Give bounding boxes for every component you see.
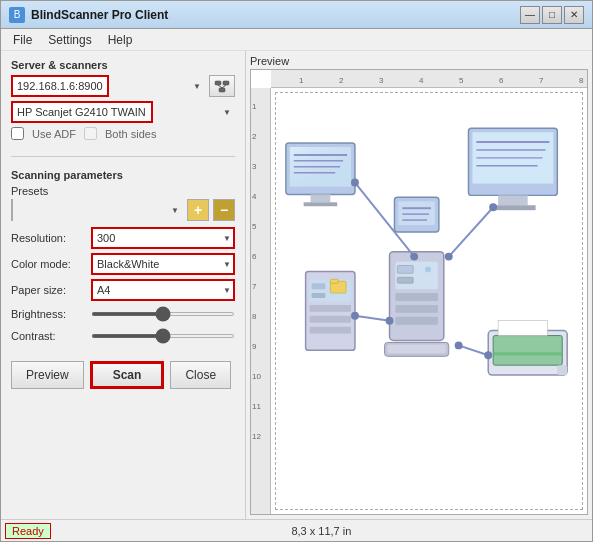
svg-rect-21 — [498, 195, 528, 205]
svg-rect-46 — [330, 279, 338, 283]
ruler-mark-v-7: 7 — [252, 282, 256, 291]
resolution-select[interactable]: 300 — [91, 227, 235, 249]
action-buttons: Preview Scan Close — [11, 361, 235, 389]
preview-button[interactable]: Preview — [11, 361, 84, 389]
color-mode-label: Color mode: — [11, 258, 91, 270]
svg-rect-50 — [557, 365, 567, 375]
brightness-row: Brightness: — [11, 305, 235, 323]
ruler-mark-4: 4 — [419, 76, 423, 85]
brightness-label: Brightness: — [11, 308, 91, 320]
svg-rect-1 — [223, 81, 229, 85]
svg-point-63 — [484, 351, 492, 359]
svg-line-4 — [222, 85, 226, 88]
adf-options-row: Use ADF Both sides — [11, 127, 235, 140]
ruler-mark-5: 5 — [459, 76, 463, 85]
svg-point-58 — [489, 203, 497, 211]
scanner-name-row: HP Scanjet G2410 TWAIN — [11, 101, 235, 123]
svg-rect-28 — [395, 293, 437, 301]
minimize-button[interactable]: — — [520, 6, 540, 24]
svg-rect-26 — [397, 277, 413, 283]
server-address-row: 192.168.1.6:8900 — [11, 75, 235, 97]
ruler-mark-v-1: 1 — [252, 102, 256, 111]
presets-wrapper — [11, 199, 183, 221]
ruler-mark-v-2: 2 — [252, 132, 256, 141]
status-size-info: 8,3 x 11,7 in — [51, 525, 592, 537]
scanning-params-label: Scanning parameters — [11, 169, 235, 181]
close-button[interactable]: Close — [170, 361, 231, 389]
scan-button[interactable]: Scan — [90, 361, 165, 389]
ruler-top: 1 2 3 4 5 6 7 8 — [271, 70, 587, 88]
ruler-mark-v-10: 10 — [252, 372, 261, 381]
resolution-row: Resolution: 300 — [11, 227, 235, 249]
menu-help[interactable]: Help — [100, 31, 141, 49]
presets-section-label: Presets — [11, 185, 235, 197]
paper-size-wrapper: A4 — [91, 279, 235, 301]
app-icon: B — [9, 7, 25, 23]
menu-file[interactable]: File — [5, 31, 40, 49]
add-preset-button[interactable]: + — [187, 199, 209, 221]
right-panel: Preview 1 2 3 4 5 6 7 8 1 2 3 — [246, 51, 592, 519]
brightness-slider-container — [91, 305, 235, 323]
svg-rect-44 — [310, 327, 351, 334]
svg-point-57 — [410, 253, 418, 261]
svg-rect-32 — [398, 201, 435, 225]
ruler-mark-v-6: 6 — [252, 252, 256, 261]
main-content: Server & scanners 192.168.1.6:8900 — [1, 51, 592, 519]
color-mode-select[interactable]: Black&White — [91, 253, 235, 275]
ruler-mark-7: 7 — [539, 76, 543, 85]
use-adf-checkbox[interactable] — [11, 127, 24, 140]
network-icon — [214, 79, 230, 93]
svg-rect-43 — [310, 316, 351, 323]
status-ready: Ready — [5, 523, 51, 539]
ruler-mark-8: 8 — [579, 76, 583, 85]
paper-size-row: Paper size: A4 — [11, 279, 235, 301]
server-section-label: Server & scanners — [11, 59, 235, 71]
status-bar: Ready 8,3 x 11,7 in — [1, 519, 592, 541]
contrast-slider-container — [91, 327, 235, 345]
color-mode-row: Color mode: Black&White — [11, 253, 235, 275]
svg-point-60 — [351, 312, 359, 320]
maximize-button[interactable]: □ — [542, 6, 562, 24]
ruler-mark-6: 6 — [499, 76, 503, 85]
svg-rect-2 — [219, 88, 225, 92]
contrast-slider[interactable] — [91, 334, 235, 338]
svg-rect-41 — [312, 293, 326, 298]
svg-rect-42 — [310, 305, 351, 312]
brightness-slider[interactable] — [91, 312, 235, 316]
svg-point-61 — [386, 317, 394, 325]
resolution-wrapper: 300 — [91, 227, 235, 249]
scan-content-area — [275, 92, 583, 510]
window-controls: — □ ✕ — [520, 6, 584, 24]
network-scan-button[interactable] — [209, 75, 235, 97]
svg-rect-0 — [215, 81, 221, 85]
both-sides-label: Both sides — [105, 128, 156, 140]
server-address-select[interactable]: 192.168.1.6:8900 — [11, 75, 109, 97]
svg-rect-49 — [493, 352, 562, 355]
close-window-button[interactable]: ✕ — [564, 6, 584, 24]
paper-size-select[interactable]: A4 — [91, 279, 235, 301]
both-sides-checkbox[interactable] — [84, 127, 97, 140]
remove-preset-button[interactable]: − — [213, 199, 235, 221]
ruler-mark-v-4: 4 — [252, 192, 256, 201]
presets-select[interactable] — [11, 199, 13, 221]
title-bar: B BlindScanner Pro Client — □ ✕ — [1, 1, 592, 29]
left-panel: Server & scanners 192.168.1.6:8900 — [1, 51, 246, 519]
server-section: Server & scanners 192.168.1.6:8900 — [11, 59, 235, 144]
svg-point-27 — [425, 266, 431, 272]
window-title: BlindScanner Pro Client — [31, 8, 520, 22]
scanner-name-select[interactable]: HP Scanjet G2410 TWAIN — [11, 101, 153, 123]
svg-rect-29 — [395, 305, 437, 313]
color-mode-wrapper: Black&White — [91, 253, 235, 275]
ruler-mark-v-11: 11 — [252, 402, 261, 411]
preview-area: 1 2 3 4 5 6 7 8 1 2 3 4 5 6 7 — [250, 69, 588, 515]
contrast-label: Contrast: — [11, 330, 91, 342]
svg-rect-40 — [312, 283, 326, 289]
svg-rect-48 — [493, 336, 562, 366]
menu-settings[interactable]: Settings — [40, 31, 99, 49]
svg-rect-37 — [388, 344, 446, 353]
svg-rect-25 — [397, 265, 413, 273]
ruler-mark-2: 2 — [339, 76, 343, 85]
ruler-mark-v-12: 12 — [252, 432, 261, 441]
svg-point-59 — [445, 253, 453, 261]
svg-point-62 — [455, 341, 463, 349]
